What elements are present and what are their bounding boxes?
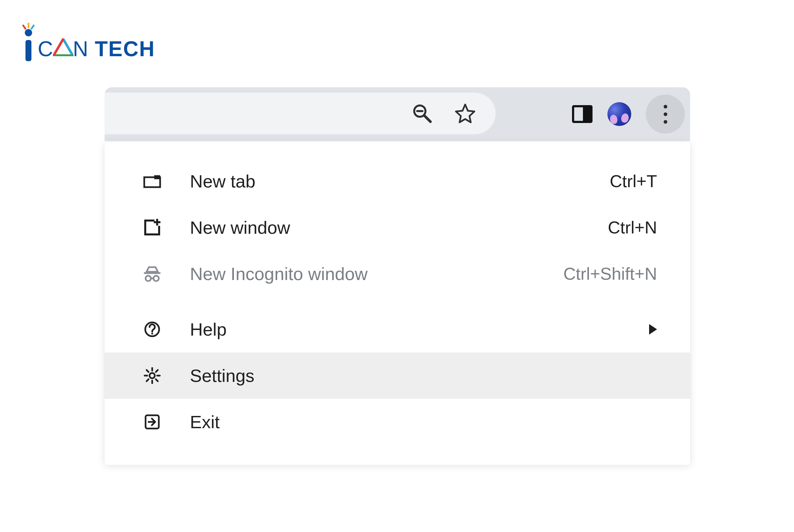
menu-label: Help (162, 319, 649, 340)
menu-item-new-tab[interactable]: New tab Ctrl+T (105, 158, 690, 204)
logo-letter-c: C (38, 37, 54, 61)
menu-item-help[interactable]: Help (105, 306, 690, 353)
svg-marker-9 (456, 104, 475, 122)
menu-item-incognito[interactable]: New Incognito window Ctrl+Shift+N (105, 251, 690, 297)
svg-rect-4 (25, 40, 32, 61)
browser-toolbar (105, 87, 690, 141)
logo-tech: TECH (95, 37, 155, 61)
tab-icon (142, 174, 162, 188)
logo-text: C N TECH (38, 37, 155, 61)
logo-letter-n: N (73, 37, 89, 61)
incognito-icon (142, 266, 162, 282)
svg-line-30 (147, 379, 149, 381)
address-bar-area[interactable] (105, 93, 496, 134)
menu-label: New Incognito window (162, 264, 564, 284)
new-window-icon (142, 219, 162, 236)
svg-point-17 (146, 276, 151, 281)
svg-rect-13 (154, 175, 160, 179)
help-icon (142, 321, 162, 338)
menu-shortcut: Ctrl+N (608, 217, 657, 238)
exit-icon (142, 414, 162, 430)
svg-rect-11 (583, 106, 592, 122)
lightbulb-i-icon (21, 23, 36, 61)
profile-avatar[interactable] (607, 102, 631, 126)
menu-item-settings[interactable]: Settings (105, 353, 690, 399)
svg-point-21 (151, 332, 153, 335)
overflow-menu: New tab Ctrl+T New window Ctrl+N (105, 142, 690, 465)
svg-line-28 (156, 379, 158, 381)
side-panel-icon[interactable] (572, 103, 593, 125)
menu-label: Settings (162, 365, 657, 386)
logo-triangle-a (53, 38, 73, 56)
svg-point-22 (150, 373, 155, 378)
submenu-arrow-icon (649, 324, 657, 335)
svg-line-8 (424, 115, 430, 122)
svg-line-27 (147, 370, 149, 372)
menu-item-exit[interactable]: Exit (105, 399, 690, 445)
svg-point-18 (153, 276, 159, 281)
more-menu-button[interactable] (646, 95, 685, 134)
bookmark-star-icon[interactable] (455, 103, 476, 124)
menu-label: Exit (162, 412, 657, 432)
svg-line-1 (23, 25, 25, 29)
menu-label: New window (162, 217, 608, 238)
svg-line-29 (156, 370, 158, 372)
menu-shortcut: Ctrl+T (610, 171, 657, 191)
svg-marker-5 (54, 39, 73, 56)
menu-shortcut: Ctrl+Shift+N (564, 264, 657, 284)
browser-ui-crop: New tab Ctrl+T New window Ctrl+N (105, 87, 690, 465)
menu-label: New tab (162, 171, 610, 191)
settings-gear-icon (142, 367, 162, 384)
menu-item-new-window[interactable]: New window Ctrl+N (105, 204, 690, 251)
brand-logo: C N TECH (21, 25, 155, 61)
svg-line-2 (32, 25, 34, 29)
zoom-out-icon[interactable] (411, 103, 433, 124)
svg-point-3 (25, 29, 32, 36)
